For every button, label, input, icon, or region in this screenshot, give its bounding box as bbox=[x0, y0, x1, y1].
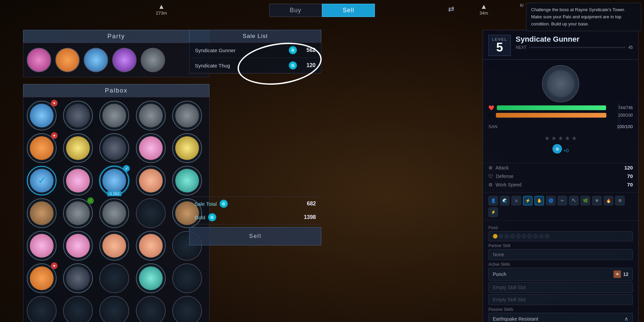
pal-slot[interactable] bbox=[172, 133, 202, 163]
pal-slot[interactable] bbox=[136, 133, 166, 163]
ability-icon-1[interactable]: 👤 bbox=[488, 196, 498, 205]
sale-total-row: Sale Total G 682 bbox=[189, 197, 321, 210]
pal-slot[interactable] bbox=[136, 166, 166, 196]
confirm-sell-button[interactable]: Sell bbox=[189, 227, 321, 245]
next-level-area: NEXT 45 bbox=[516, 45, 633, 50]
attack-row: ⚙ Attack 120 bbox=[488, 163, 633, 172]
detail-panel: LEVEL 5 Syndicate Gunner NEXT 45 ❤️ 744/… bbox=[483, 30, 639, 322]
sale-item-2-value: 120 bbox=[300, 62, 316, 68]
ability-icon-10[interactable]: ❄ bbox=[592, 196, 602, 205]
skill-level-area: 👁 12 bbox=[613, 270, 628, 278]
pal-slot-empty[interactable] bbox=[136, 198, 166, 228]
pal-slot-highlighted[interactable]: ✓ ⊙ 562 bbox=[99, 166, 129, 196]
ability-icon-9[interactable]: 🌿 bbox=[581, 196, 590, 205]
stat-bars: ❤️ 744/746 🛡 100/100 bbox=[483, 105, 638, 123]
pal-slot-empty[interactable] bbox=[99, 263, 129, 293]
sale-item-1-name: Syndicate Gunner bbox=[195, 47, 289, 53]
pal-slot[interactable] bbox=[63, 231, 93, 261]
san-row: SAN 100/100 bbox=[483, 123, 638, 133]
next-value: 45 bbox=[628, 45, 633, 50]
ability-icon-6[interactable]: 🌀 bbox=[546, 196, 556, 205]
active-skill-3-box[interactable]: Empty Skill Slot bbox=[488, 294, 633, 305]
sale-list-panel: Sale List Syndicate Gunner G 562 Syndica… bbox=[189, 30, 321, 74]
pal-slot[interactable] bbox=[99, 231, 129, 261]
star-5: ★ bbox=[571, 135, 577, 142]
sell-button[interactable]: Sell bbox=[322, 4, 375, 17]
ability-icon-5[interactable]: ✋ bbox=[535, 196, 544, 205]
ability-icon-11[interactable]: 🔥 bbox=[604, 196, 613, 205]
pal-slot-selected[interactable] bbox=[27, 166, 57, 196]
attack-label: Attack bbox=[496, 165, 509, 170]
pal-slot-empty[interactable] bbox=[172, 296, 202, 322]
pal-slot[interactable] bbox=[99, 198, 129, 228]
pal-slot[interactable] bbox=[27, 231, 57, 261]
ability-icon-12[interactable]: ⚙ bbox=[615, 196, 625, 205]
ability-icon-7[interactable]: ✂ bbox=[558, 196, 567, 205]
pal-slot[interactable] bbox=[99, 133, 129, 163]
pal-slot[interactable] bbox=[63, 263, 93, 293]
right-distance: ▲ 34m bbox=[480, 3, 488, 16]
sale-total-text: Sale Total bbox=[195, 201, 217, 207]
pal-slot[interactable]: ♥ bbox=[27, 263, 57, 293]
party-member-1[interactable] bbox=[27, 48, 51, 72]
passive-chevron-icon: ∧ bbox=[624, 316, 628, 322]
sale-item-2[interactable]: Syndicate Thug G 120 bbox=[189, 58, 321, 73]
pal-slot[interactable] bbox=[63, 166, 93, 196]
passive-skill-1-box[interactable]: Earthquake Resistant ∧ bbox=[488, 313, 633, 322]
ability-icon-2[interactable]: 🌊 bbox=[500, 196, 509, 205]
buy-button[interactable]: Buy bbox=[269, 4, 322, 17]
pal-slot[interactable]: 🌿 bbox=[63, 198, 93, 228]
hp-icon: ❤️ bbox=[488, 105, 494, 110]
pal-slot-empty[interactable] bbox=[27, 296, 57, 322]
sale-total-area: Sale Total G 682 Gold G 1398 Sell bbox=[189, 197, 321, 245]
food-dot-3 bbox=[504, 234, 509, 239]
pal-indicator-red: ♥ bbox=[51, 132, 58, 139]
shield-text: 100/100 bbox=[609, 113, 633, 118]
food-dot-6 bbox=[522, 234, 526, 239]
ability-icon-8[interactable]: ⛏ bbox=[569, 196, 579, 205]
swap-icon[interactable]: ⇄ bbox=[448, 5, 454, 14]
hp-bar-track bbox=[497, 105, 606, 110]
defense-label-row: 🛡 Defense bbox=[488, 174, 514, 179]
partner-skill-box[interactable]: None bbox=[488, 249, 633, 260]
passive-skill-1-name: Earthquake Resistant bbox=[493, 316, 538, 322]
sale-item-2-name: Syndicate Thug bbox=[195, 63, 289, 68]
pal-slot[interactable] bbox=[63, 133, 93, 163]
next-label: NEXT bbox=[516, 45, 526, 50]
pal-name-area: Syndicate Gunner NEXT 45 bbox=[516, 35, 633, 50]
sell-price-badge: ⊙ 562 bbox=[107, 191, 121, 196]
skill-eye-icon: 👁 bbox=[613, 270, 621, 278]
active-skill-2-box[interactable]: Empty Skill Slot bbox=[488, 282, 633, 293]
pal-slot[interactable] bbox=[136, 263, 166, 293]
star-4: ★ bbox=[565, 135, 570, 142]
sale-item-1[interactable]: Syndicate Gunner G 562 bbox=[189, 43, 321, 58]
party-member-5[interactable] bbox=[141, 48, 165, 72]
pal-slot[interactable] bbox=[99, 101, 129, 130]
party-member-4[interactable] bbox=[112, 48, 137, 72]
ability-icon-3[interactable]: ⚔ bbox=[511, 196, 521, 205]
sale-divider-2 bbox=[192, 224, 319, 224]
portrait-area: ❤️ 744/746 🛡 100/100 SAN 100/100 ★ ★ bbox=[483, 60, 638, 163]
hp-bar-row: ❤️ 744/746 bbox=[488, 105, 633, 110]
ability-icon-13[interactable]: ⚡ bbox=[488, 207, 498, 217]
pal-slot[interactable] bbox=[136, 101, 166, 130]
pal-slot-empty[interactable] bbox=[63, 296, 93, 322]
pal-slot[interactable] bbox=[63, 101, 93, 130]
pal-slot-empty[interactable] bbox=[99, 296, 129, 322]
active-skill-1-box[interactable]: Punch 👁 12 bbox=[488, 268, 633, 281]
party-member-3[interactable] bbox=[84, 48, 108, 72]
pal-slot-empty[interactable] bbox=[136, 296, 166, 322]
palbox-header: Palbox bbox=[23, 84, 209, 97]
food-label: Food bbox=[488, 225, 633, 230]
pal-slot[interactable] bbox=[136, 231, 166, 261]
pal-slot-empty[interactable] bbox=[172, 263, 202, 293]
pal-slot[interactable] bbox=[27, 198, 57, 228]
sale-total-value: 682 bbox=[307, 201, 316, 207]
ability-icon-4[interactable]: ⚡ bbox=[523, 196, 532, 205]
pal-slot[interactable]: ♥ bbox=[27, 133, 57, 163]
work-speed-row: ⚙ Work Speed 70 bbox=[488, 180, 633, 189]
pal-slot[interactable] bbox=[172, 101, 202, 130]
pal-slot[interactable] bbox=[172, 166, 202, 196]
pal-slot[interactable]: ♥ bbox=[27, 101, 57, 130]
party-member-2[interactable] bbox=[55, 48, 80, 72]
